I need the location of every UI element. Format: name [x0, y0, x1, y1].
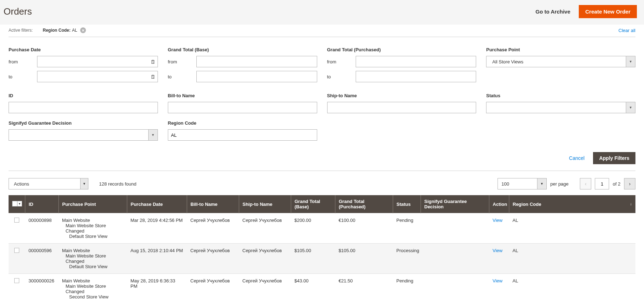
- view-link[interactable]: View: [493, 248, 503, 253]
- view-link[interactable]: View: [493, 278, 503, 283]
- pp-website: Main Website: [62, 248, 123, 253]
- page-number-input[interactable]: [595, 178, 609, 189]
- filter-signifyd: Signifyd Guarantee Decision ▼: [9, 120, 158, 141]
- purchase-date-from-input[interactable]: [37, 56, 158, 67]
- per-page-label: per page: [550, 181, 568, 187]
- cell-region: AL: [509, 244, 635, 274]
- cell-status: Pending: [393, 213, 421, 244]
- cell-gt-purchased: $105.00: [335, 244, 393, 274]
- from-label: from: [9, 59, 37, 64]
- gt-purch-from-input[interactable]: [356, 56, 476, 67]
- filter-status: Status ▼: [486, 93, 635, 113]
- row-checkbox[interactable]: [14, 248, 19, 253]
- cell-id: 000000898: [25, 213, 58, 244]
- col-action[interactable]: Action: [489, 195, 509, 213]
- filter-id: ID: [9, 93, 158, 113]
- col-ship-to[interactable]: Ship-to Name: [239, 195, 291, 213]
- from-label: from: [327, 59, 356, 64]
- chevron-down-icon: ▼: [626, 102, 635, 113]
- col-bill-to[interactable]: Bill-to Name: [187, 195, 239, 213]
- cell-bill-to: Сергей Учухлебов: [187, 244, 239, 274]
- gt-base-label: Grand Total (Base): [168, 47, 317, 52]
- gt-base-from-input[interactable]: [196, 56, 317, 67]
- pp-store: Main Website Store Changed: [62, 253, 123, 264]
- filter-chip-region-code: Region Code: AL ✕: [43, 27, 86, 33]
- purchase-point-label: Purchase Point: [486, 47, 635, 52]
- sort-down-icon: ↓: [630, 202, 632, 206]
- pp-store: Main Website Store Changed: [62, 283, 123, 294]
- purchase-point-select[interactable]: All Store Views ▼: [486, 56, 635, 67]
- cell-ship-to: Сергей Учухлебов: [239, 274, 291, 302]
- row-checkbox[interactable]: [14, 278, 19, 283]
- next-page-button[interactable]: ›: [624, 178, 635, 189]
- cell-gt-base: $200.00: [291, 213, 335, 244]
- prev-page-button[interactable]: ‹: [580, 178, 591, 189]
- view-link[interactable]: View: [493, 218, 503, 223]
- id-input[interactable]: [9, 102, 158, 113]
- col-region[interactable]: Region Code ↓: [509, 195, 635, 213]
- table-row[interactable]: 000000596Main WebsiteMain Website Store …: [9, 244, 635, 274]
- cell-gt-base: $105.00: [291, 244, 335, 274]
- chip-value: AL: [72, 28, 77, 33]
- cell-gt-base: $43.00: [291, 274, 335, 302]
- col-signifyd[interactable]: Signifyd Guarantee Decision: [421, 195, 489, 213]
- gt-base-to-input[interactable]: [196, 71, 317, 82]
- cell-action: View: [489, 274, 509, 302]
- bill-to-input[interactable]: [168, 102, 317, 113]
- status-select[interactable]: ▼: [486, 102, 635, 113]
- page-size-select[interactable]: 100 ▼: [498, 178, 547, 189]
- clear-all-link[interactable]: Clear all: [618, 28, 635, 33]
- cell-purchase-date: Aug 15, 2018 2:10:44 PM: [127, 244, 187, 274]
- to-label: to: [327, 74, 356, 79]
- pp-view: Second Store View: [62, 294, 123, 300]
- cell-region: AL: [509, 274, 635, 302]
- table-row[interactable]: 000000898Main WebsiteMain Website Store …: [9, 213, 635, 244]
- chevron-down-icon: ▼: [148, 130, 158, 140]
- cell-status: Pending: [393, 274, 421, 302]
- apply-filters-button[interactable]: Apply Filters: [593, 152, 635, 164]
- actions-dropdown[interactable]: Actions ▼: [9, 178, 88, 189]
- col-purchase-point[interactable]: Purchase Point: [58, 195, 127, 213]
- gt-purch-label: Grand Total (Purchased): [327, 47, 476, 52]
- filter-bill-to: Bill-to Name: [168, 93, 317, 113]
- cell-purchase-date: May 28, 2019 6:36:33 PM: [127, 274, 187, 302]
- signifyd-select[interactable]: ▼: [9, 129, 158, 141]
- remove-filter-icon[interactable]: ✕: [80, 27, 86, 33]
- cell-signifyd: [421, 213, 489, 244]
- cell-bill-to: Сергей Учухлебов: [187, 274, 239, 302]
- cell-gt-purchased: €21.50: [335, 274, 393, 302]
- col-status[interactable]: Status: [393, 195, 421, 213]
- bill-to-label: Bill-to Name: [168, 93, 317, 98]
- page-title: Orders: [4, 6, 535, 17]
- chevron-down-icon: ▼: [17, 201, 22, 206]
- page-header: Orders Go to Archive Create New Order: [0, 0, 644, 25]
- orders-table: ▼ ID Purchase Point Purchase Date Bill-t…: [9, 195, 635, 302]
- col-region-label: Region Code: [513, 202, 541, 207]
- select-all-checkbox[interactable]: ▼: [12, 201, 22, 207]
- active-filters-label: Active filters:: [9, 28, 33, 33]
- create-new-order-button[interactable]: Create New Order: [579, 5, 637, 18]
- purchase-date-to-input[interactable]: [37, 71, 158, 82]
- go-to-archive-link[interactable]: Go to Archive: [535, 9, 570, 15]
- cancel-link[interactable]: Cancel: [569, 155, 585, 161]
- table-row[interactable]: 3000000026Main WebsiteMain Website Store…: [9, 274, 635, 302]
- cell-purchase-point: Main WebsiteMain Website Store ChangedSe…: [58, 274, 127, 302]
- cell-ship-to: Сергей Учухлебов: [239, 244, 291, 274]
- chevron-down-icon: ▼: [626, 56, 635, 67]
- col-id[interactable]: ID: [25, 195, 58, 213]
- col-select[interactable]: ▼: [9, 195, 25, 213]
- cell-id: 000000596: [25, 244, 58, 274]
- col-purchase-date[interactable]: Purchase Date: [127, 195, 187, 213]
- gt-purch-to-input[interactable]: [356, 71, 476, 82]
- filters-panel: Purchase Date from 🗓 to 🗓 Grand Total (B…: [9, 37, 635, 141]
- region-code-input[interactable]: [168, 129, 317, 141]
- region-code-label: Region Code: [168, 120, 317, 126]
- cell-gt-purchased: €100.00: [335, 213, 393, 244]
- cell-purchase-point: Main WebsiteMain Website Store ChangedDe…: [58, 213, 127, 244]
- col-gt-purchased[interactable]: Grand Total (Purchased): [335, 195, 393, 213]
- ship-to-input[interactable]: [327, 102, 476, 113]
- pp-view: Default Store View: [62, 264, 123, 269]
- ship-to-label: Ship-to Name: [327, 93, 476, 98]
- row-checkbox[interactable]: [14, 218, 19, 223]
- col-gt-base[interactable]: Grand Total (Base): [291, 195, 335, 213]
